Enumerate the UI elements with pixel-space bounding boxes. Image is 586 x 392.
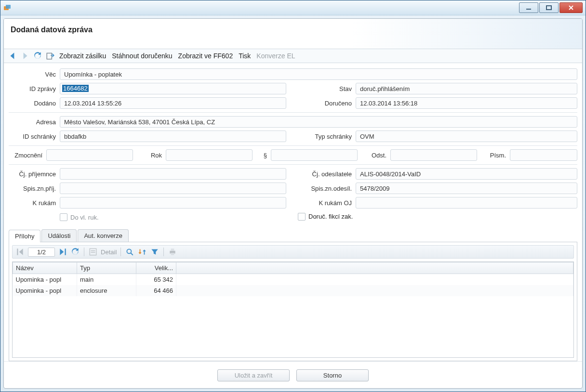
- field-adresa[interactable]: Město Valešov, Mariánská 538, 47001 Česk…: [60, 116, 577, 128]
- checkbox-box[interactable]: [298, 213, 306, 221]
- toolbar-show-ff602[interactable]: Zobrazit ve FF602: [177, 51, 235, 61]
- field-pism[interactable]: [510, 149, 577, 161]
- label-id-schranky: ID schránky: [9, 133, 60, 140]
- refresh-icon[interactable]: [70, 247, 80, 257]
- label-spis-zn-prij: Spis.zn.příj.: [9, 185, 60, 192]
- print-icon[interactable]: [168, 247, 177, 257]
- label-dodano: Dodáno: [9, 100, 60, 107]
- field-k-rukam[interactable]: [60, 197, 286, 209]
- cell-type: enclosure: [77, 285, 136, 296]
- checkbox-do-vl-ruk-label: Do vl. ruk.: [70, 214, 99, 221]
- svg-rect-1: [6, 5, 11, 9]
- table-row[interactable]: Upominka - poplenclosure64 466: [13, 285, 573, 296]
- table-row[interactable]: Upominka - poplmain65 342: [13, 274, 573, 286]
- field-paragraf[interactable]: [271, 149, 358, 161]
- field-doruceno[interactable]: 12.03.2014 13:56:18: [356, 97, 577, 109]
- app-window: Dodaná datová zpráva Zobrazit zásilku St…: [0, 0, 586, 392]
- window-minimize-button[interactable]: [519, 2, 538, 13]
- field-rok[interactable]: [166, 149, 253, 161]
- first-record-icon[interactable]: [15, 247, 25, 257]
- footer: Uložit a zavřít Storno: [4, 361, 582, 388]
- col-name[interactable]: Název: [13, 262, 77, 274]
- field-id-schranky[interactable]: bbdafkb: [60, 131, 286, 142]
- field-stav[interactable]: doruč.přihlášením: [356, 83, 577, 94]
- tab-prilohy[interactable]: Přílohy: [9, 230, 40, 242]
- tab-aut-konverze[interactable]: Aut. konverze: [78, 229, 129, 242]
- svg-rect-4: [47, 53, 52, 59]
- field-zmocneni[interactable]: [46, 149, 133, 161]
- tab-body: 1/2 Detail: [9, 242, 577, 361]
- label-paragraf: §: [253, 152, 271, 159]
- col-type[interactable]: Typ: [77, 262, 136, 274]
- label-id-zpravy: ID zprávy: [9, 85, 60, 92]
- window-maximize-button[interactable]: [539, 2, 559, 13]
- field-spis-zn-odesil[interactable]: 5478/2009: [356, 183, 577, 194]
- svg-rect-13: [171, 253, 174, 255]
- label-cj-odesilatele: Čj. odesílatele: [294, 170, 356, 178]
- export-icon[interactable]: [45, 51, 55, 61]
- toolbar-download-receipt[interactable]: Stáhnout doručenku: [110, 51, 173, 61]
- field-id-zpravy-value: 1664682: [62, 85, 89, 92]
- detail-icon: [88, 247, 98, 257]
- svg-rect-9: [91, 252, 95, 253]
- svg-rect-3: [546, 6, 551, 10]
- label-stav: Stav: [294, 85, 356, 92]
- checkbox-doruc-fikci-zak-label: Doruč. fikcí zak.: [308, 213, 353, 220]
- search-icon[interactable]: [125, 247, 134, 257]
- save-close-button: Uložit a zavřít: [217, 369, 290, 381]
- field-cj-prijemce[interactable]: [60, 168, 286, 180]
- toolbar-show-shipment[interactable]: Zobrazit zásilku: [58, 51, 107, 61]
- svg-rect-6: [65, 248, 66, 255]
- label-vec: Věc: [9, 71, 60, 78]
- app-icon: [3, 4, 11, 12]
- detail-label: Detail: [101, 248, 117, 256]
- label-adresa: Adresa: [9, 118, 60, 126]
- field-spis-zn-prij[interactable]: [60, 183, 286, 194]
- refresh-icon[interactable]: [33, 51, 42, 61]
- label-k-rukam: K rukám: [9, 199, 60, 207]
- label-typ-schranky: Typ schránky: [294, 133, 356, 140]
- cell-name: Upominka - popl: [13, 274, 77, 286]
- page-title: Dodaná datová zpráva: [11, 26, 575, 34]
- field-cj-odesilatele[interactable]: ALIS-0048/2014-VaID: [356, 168, 577, 180]
- field-k-rukam-oj[interactable]: [356, 197, 577, 209]
- label-zmocneni: Zmocnění: [9, 152, 46, 159]
- checkbox-do-vl-ruk: Do vl. ruk.: [60, 213, 99, 221]
- client-area: Dodaná datová zpráva Zobrazit zásilku St…: [3, 18, 583, 389]
- cell-size: 65 342: [136, 274, 176, 286]
- checkbox-doruc-fikci-zak[interactable]: Doruč. fikcí zak.: [298, 213, 353, 221]
- field-id-zpravy[interactable]: 1664682: [60, 83, 286, 94]
- titlebar: [0, 0, 586, 15]
- label-spis-zn-odesil: Spis.zn.odesíl.: [294, 185, 356, 192]
- label-pism: Písm.: [477, 152, 510, 159]
- cell-type: main: [77, 274, 136, 286]
- nav-next-icon[interactable]: [20, 51, 30, 61]
- filter-icon[interactable]: [150, 247, 160, 257]
- field-dodano[interactable]: 12.03.2014 13:55:26: [60, 97, 286, 109]
- tab-udalosti[interactable]: Události: [41, 229, 77, 242]
- cell-name: Upominka - popl: [13, 285, 77, 296]
- form: Věc Upomínka - poplatek ID zprávy 166468…: [4, 63, 582, 226]
- label-doruceno: Doručeno: [294, 100, 356, 107]
- cancel-button[interactable]: Storno: [296, 369, 369, 381]
- tabs: Přílohy Události Aut. konverze 1/2: [9, 229, 577, 361]
- field-typ-schranky[interactable]: OVM: [356, 131, 577, 142]
- svg-rect-2: [526, 9, 531, 10]
- attachments-toolbar: 1/2 Detail: [12, 245, 574, 259]
- record-counter[interactable]: 1/2: [28, 248, 55, 257]
- field-odst[interactable]: [390, 149, 477, 161]
- field-vec[interactable]: Upomínka - poplatek: [60, 68, 577, 80]
- nav-prev-icon[interactable]: [8, 51, 17, 61]
- window-close-button[interactable]: [559, 2, 583, 13]
- sort-icon[interactable]: [137, 247, 147, 257]
- last-record-icon[interactable]: [58, 247, 67, 257]
- label-rok: Rok: [133, 152, 166, 159]
- toolbar-print[interactable]: Tisk: [237, 51, 252, 61]
- svg-rect-12: [171, 248, 174, 251]
- svg-rect-8: [91, 250, 95, 251]
- attachments-table[interactable]: Název Typ Velik... Upominka - poplmain65…: [12, 261, 574, 358]
- tabstrip: Přílohy Události Aut. konverze: [9, 229, 577, 242]
- cell-size: 64 466: [136, 285, 176, 296]
- col-size[interactable]: Velik...: [136, 262, 176, 274]
- label-cj-prijemce: Čj. příjemnce: [9, 170, 60, 178]
